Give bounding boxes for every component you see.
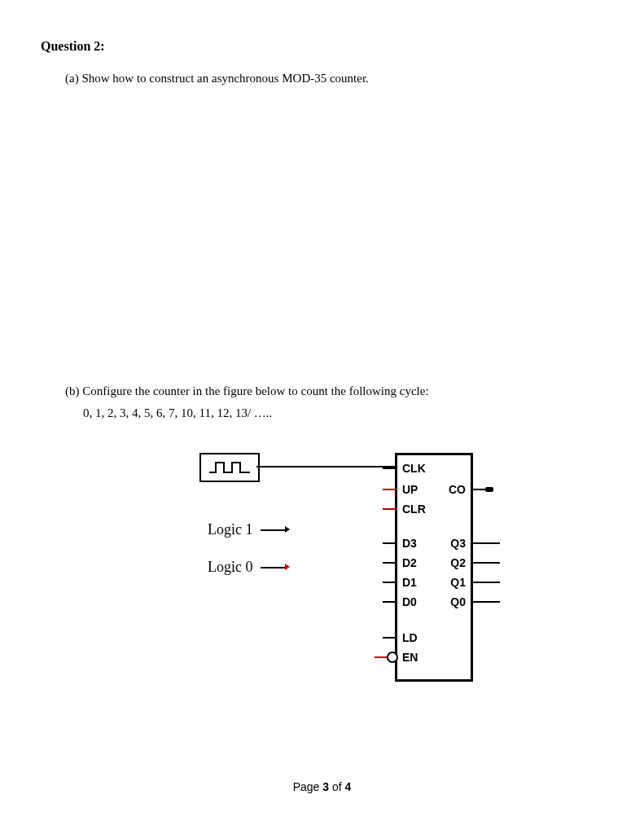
part-b-sequence: 0, 1, 2, 3, 4, 5, 6, 7, 10, 11, 12, 13/ … [83, 406, 603, 420]
pin-co-stub [471, 489, 485, 490]
pin-d1-stub [383, 582, 397, 583]
footer-total: 4 [345, 780, 352, 793]
logic-1-label: Logic 1 [208, 521, 253, 538]
pin-co-label: CO [449, 483, 466, 496]
pin-en-negation-icon [387, 652, 398, 663]
part-b-text: Configure the counter in the figure belo… [82, 384, 428, 397]
part-a: (a) Show how to construct an asynchronou… [65, 70, 603, 87]
part-b: (b) Configure the counter in the figure … [65, 383, 603, 400]
pin-q3-label: Q3 [450, 537, 466, 550]
workspace-a [41, 94, 603, 383]
pin-clk-label: CLK [402, 462, 426, 475]
page-footer: Page 3 of 4 [0, 780, 644, 793]
pin-en-label: EN [402, 651, 418, 664]
pin-d3-stub [383, 542, 397, 544]
pin-co-terminal-icon [485, 487, 493, 492]
pin-ld-stub [383, 637, 397, 639]
pin-clr-label: CLR [402, 503, 426, 516]
logic-1-arrow-icon [285, 526, 290, 533]
logic-0-arrow-icon [285, 564, 290, 570]
pin-q2-stub [471, 562, 500, 564]
footer-of: of [329, 780, 344, 793]
logic-1-tick [261, 529, 285, 531]
clock-source [199, 453, 260, 482]
pin-d2-label: D2 [402, 556, 417, 569]
pin-q2-label: Q2 [450, 556, 466, 569]
counter-chip: CLK UP CLR D3 D2 D1 D0 LD EN CO Q3 Q2 Q1… [395, 453, 473, 682]
question-title: Question 2: [41, 39, 603, 54]
square-wave-icon [209, 459, 250, 476]
pin-d2-stub [383, 562, 397, 564]
pin-q1-label: Q1 [450, 576, 466, 589]
part-a-text: Show how to construct an asynchronous MO… [81, 72, 368, 85]
pin-clk-stub [383, 467, 397, 469]
pin-up-label: UP [402, 483, 418, 496]
pin-en-stub [375, 656, 388, 658]
clock-wire [256, 466, 395, 467]
pin-d1-label: D1 [402, 576, 417, 589]
footer-current: 3 [322, 780, 329, 793]
pin-clr-stub [383, 508, 397, 510]
pin-q1-stub [471, 582, 500, 583]
counter-diagram: Logic 1 Logic 0 CLK UP CLR D3 D2 D1 D0 L… [130, 445, 586, 689]
part-b-marker: (b) [65, 384, 80, 397]
logic-0-tick [261, 567, 285, 568]
pin-d3-label: D3 [402, 537, 417, 550]
footer-prefix: Page [293, 780, 323, 793]
pin-q0-stub [471, 601, 500, 603]
pin-q0-label: Q0 [450, 595, 466, 608]
pin-d0-stub [383, 601, 397, 603]
pin-ld-label: LD [402, 631, 418, 644]
pin-up-stub [383, 489, 397, 490]
pin-d0-label: D0 [402, 595, 417, 608]
logic-0-label: Logic 0 [208, 559, 253, 576]
pin-q3-stub [471, 542, 500, 544]
document-page: Question 2: (a) Show how to construct an… [0, 0, 644, 834]
part-a-marker: (a) [65, 72, 79, 85]
